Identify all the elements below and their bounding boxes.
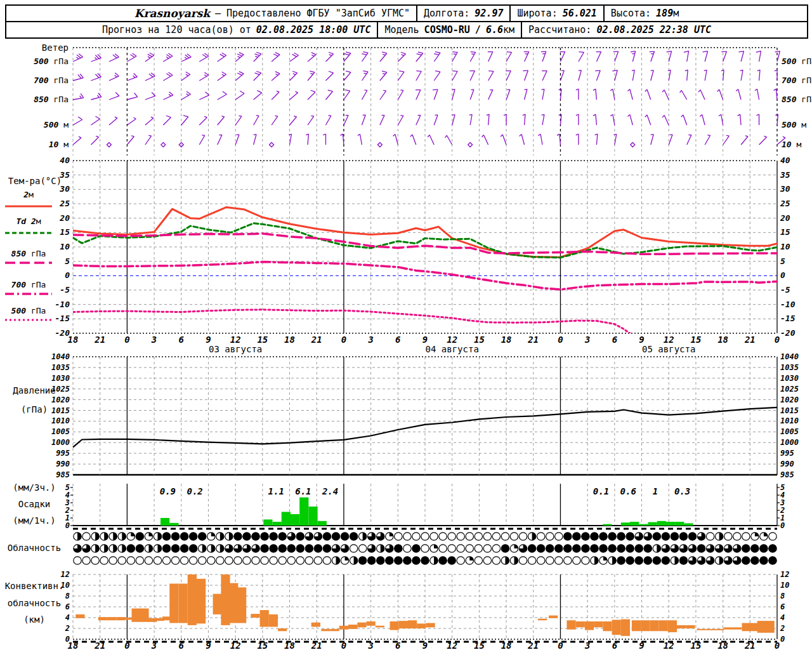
temp-tick-right: 10: [780, 242, 790, 251]
wind-barb-shaft: [647, 90, 651, 100]
wind-barb-shaft: [218, 55, 226, 62]
temp-curve-t500: [73, 310, 631, 335]
cloud-cover-symbol: [537, 533, 544, 540]
wind-barb-shaft: [218, 135, 222, 145]
wind-barb-half-feather: [557, 134, 560, 135]
wind-barb-shaft: [308, 116, 314, 125]
wind-barb-shaft: [254, 116, 259, 125]
cloud-cover-symbol: [243, 533, 251, 540]
wind-barb-shaft: [145, 136, 152, 145]
wind-barb-shaft: [683, 115, 687, 125]
cloud-cover-fill: [390, 533, 393, 536]
wind-barb-feather: [382, 71, 387, 72]
pressure-tick-right: 1030: [780, 374, 799, 383]
wind-barb-shaft: [199, 76, 209, 81]
precip-3h-sum: 0.1: [593, 486, 609, 496]
wind-barb-shaft: [452, 52, 458, 62]
convective-cloud-bar: [632, 620, 641, 631]
conv-tick-right: 8: [780, 592, 785, 600]
convective-cloud-bar: [331, 629, 339, 631]
hour-label-bottom: 0: [341, 640, 346, 650]
precip-3h-sum: 0.6: [620, 486, 636, 496]
hour-label-bottom: 18: [501, 640, 512, 650]
wind-barb-half-feather: [364, 73, 367, 74]
convective-cloud-bar: [594, 621, 603, 627]
wind-barb-half-feather: [148, 56, 150, 58]
wind-barb-half-feather: [538, 134, 540, 136]
precip-tick-right: 2: [780, 506, 785, 515]
cloud-cover-symbol: [546, 545, 554, 552]
wind-barb-shaft: [199, 135, 205, 145]
cloud-cover-symbol: [688, 533, 696, 540]
precip-tick-right: 5: [780, 483, 785, 492]
pressure-tick-right: 1005: [780, 427, 799, 436]
cloud-cover-symbol: [377, 557, 384, 564]
hour-label-mid: 3: [584, 335, 590, 345]
wind-barb-feather: [329, 71, 334, 73]
calm-wind-icon: [270, 143, 274, 147]
wind-barb-feather: [152, 93, 155, 96]
cloud-cover-symbol: [189, 533, 197, 540]
conv-tick-left: 10: [61, 581, 70, 590]
wind-barb-shaft: [218, 117, 225, 125]
precip-bar: [273, 522, 282, 526]
convective-cloud-bar: [107, 617, 116, 620]
wind-barb-feather: [488, 71, 494, 72]
cloud-cover-fill: [657, 545, 660, 552]
wind-barb-shaft: [483, 135, 488, 145]
wind-barb-shaft: [452, 115, 455, 125]
wind-barb-shaft: [759, 137, 767, 145]
cloud-cover-symbol: [564, 533, 572, 540]
pressure-tick-left: 1005: [51, 427, 70, 436]
wind-barb-half-feather: [393, 135, 395, 136]
cloud-cover-fill: [122, 545, 126, 552]
precip-3h-sum: 0.2: [187, 486, 202, 496]
conv-tick-left: 6: [65, 602, 70, 611]
hour-label-bottom: 6: [612, 640, 617, 650]
wind-barb-shaft: [235, 93, 244, 100]
wind-barb-half-feather: [254, 135, 256, 135]
pressure-tick-left: 1020: [51, 395, 70, 404]
precip-tick-right: 0: [780, 521, 785, 530]
wind-barb-half-feather: [627, 115, 629, 117]
cloud-cover-symbol: [742, 545, 750, 552]
cloud-cover-symbol: [555, 545, 563, 552]
wind-barb-shaft: [705, 51, 707, 62]
temp-tick-right: 5: [780, 256, 785, 266]
cloud-cover-symbol: [448, 557, 455, 564]
wind-barb-feather: [541, 51, 546, 52]
wind-barb-feather: [401, 52, 406, 54]
wind-barb-shaft: [681, 90, 687, 100]
cloud-cover-symbol: [555, 557, 563, 564]
wind-barb-shaft: [127, 56, 136, 62]
wind-barb-half-feather: [76, 57, 78, 59]
cloud-cover-symbol: [475, 545, 482, 552]
wind-barb-half-feather: [341, 134, 343, 135]
cloud-cover-symbol: [662, 533, 669, 540]
wind-barb-half-feather: [96, 136, 98, 137]
convective-cloud-bar: [75, 614, 84, 618]
hour-label-mid: 15: [474, 335, 485, 345]
cloud-cover-fill: [603, 557, 607, 560]
precip-tick-left: 4: [65, 491, 70, 500]
wind-barb-half-feather: [645, 115, 647, 117]
wind-barb-shaft: [630, 90, 632, 100]
wind-barb-half-feather: [717, 90, 719, 91]
cloud-cover-symbol: [421, 557, 429, 564]
wind-barb-shaft: [254, 135, 256, 145]
pressure-tick-left: 1035: [51, 363, 70, 372]
convective-cloud-bar: [390, 621, 399, 630]
wind-barb-half-feather: [310, 74, 313, 74]
hour-label-bottom: 15: [257, 640, 268, 650]
wind-barb-shaft: [525, 114, 525, 125]
precip-tick-left: 3: [65, 498, 70, 507]
legend-label-t700: 700 гПа: [11, 280, 46, 289]
cloud-cover-symbol: [466, 545, 473, 552]
precip-3h-sum: 2.4: [322, 486, 338, 496]
wind-barb-feather: [292, 71, 298, 73]
hour-label-bottom: 9: [422, 640, 428, 650]
cloud-cover-symbol: [127, 545, 134, 552]
pressure-tick-right: 1015: [780, 406, 799, 415]
precip-tick-right: 3: [780, 498, 785, 507]
cloud-cover-symbol: [706, 533, 714, 540]
